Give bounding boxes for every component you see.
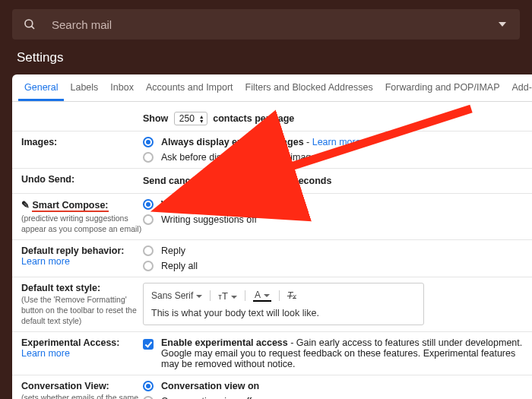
conv-on-label: Conversation view on [161,381,259,391]
reply-all-opt-label: Reply all [161,261,198,271]
text-style-preview: This is what your body text will look li… [151,308,416,318]
tab-general[interactable]: General [18,74,64,101]
undo-text-right: seconds [293,176,332,186]
reply-label: Default reply behavior: [21,245,124,256]
smart-off-label: Writing suggestions off [161,214,257,225]
undo-text-left: Send cancellation period: [143,176,258,186]
text-style-box: Sans Serif тT A Tx This is what your bod… [143,283,424,325]
textstyle-label: Default text style: [21,283,100,293]
show-label: Show [143,113,168,124]
tab-forwarding[interactable]: Forwarding and POP/IMAP [379,74,506,101]
reply-opt-label: Reply [161,245,185,256]
undo-label: Undo Send: [21,174,143,185]
settings-tabs: General Labels Inbox Accounts and Import… [12,74,532,102]
row-contacts-per-page: Show 250 ▲▼ contacts per page [12,106,532,131]
images-ask-label: Ask before displaying external images [161,152,321,163]
check-experimental[interactable] [143,339,154,350]
radio-reply-all[interactable] [143,261,154,271]
row-default-reply: Default reply behavior: Learn more Reply… [12,240,532,277]
row-experimental: Experimental Access: Learn more Enable e… [12,332,532,375]
stepper-icon: ▲▼ [279,177,284,185]
font-select[interactable]: Sans Serif [151,290,202,301]
conversation-sub: (sets whether emails of the same topic a… [21,393,143,399]
tab-filters[interactable]: Filters and Blocked Addresses [239,74,379,101]
radio-conv-on[interactable] [143,381,154,391]
row-smart-compose: ✎ Smart Compose: (predictive writing sug… [12,194,532,240]
undo-period-select[interactable]: 5 ▲▼ [264,174,288,188]
font-size-select[interactable]: тT [218,290,237,302]
radio-smart-off[interactable] [143,214,154,225]
radio-conv-off[interactable] [143,396,154,399]
radio-images-ask[interactable] [143,152,154,163]
row-conversation-view: Conversation View: (sets whether emails … [12,375,532,399]
smart-on-label: Writing suggestions on [161,199,267,210]
remove-formatting-button[interactable]: Tx [287,290,296,301]
radio-reply[interactable] [143,245,154,256]
caret-down-icon [231,296,237,299]
search-input[interactable] [52,18,499,31]
row-default-text-style: Default text style: (Use the 'Remove For… [12,277,532,332]
conv-off-label: Conversation view off [161,396,252,399]
stepper-icon: ▲▼ [199,115,204,123]
tab-accounts[interactable]: Accounts and Import [140,74,239,101]
smart-compose-sub: (predictive writing suggestions appear a… [21,214,143,234]
images-learn-more[interactable]: Learn more [312,137,361,147]
search-bar[interactable] [12,9,520,40]
radio-images-always[interactable] [143,137,154,147]
caret-down-icon [264,294,270,297]
row-images: Images: Always display external images -… [12,131,532,169]
caret-down-icon [196,295,202,298]
textstyle-sub: (Use the 'Remove Formatting' button on t… [21,295,143,326]
settings-panel: General Labels Inbox Accounts and Import… [12,74,532,399]
images-label: Images: [21,137,143,147]
svg-line-1 [31,26,34,29]
tab-addons[interactable]: Add-ons [505,74,532,101]
pencil-icon: ✎ [21,200,30,211]
row-undo-send: Undo Send: Send cancellation period: 5 ▲… [12,169,532,194]
conversation-label: Conversation View: [21,381,109,391]
radio-smart-on[interactable] [143,199,154,210]
reply-learn-more[interactable]: Learn more [21,256,70,267]
experimental-title: Enable experimental access [161,337,288,348]
show-suffix: contacts per page [213,113,294,124]
tab-labels[interactable]: Labels [64,74,104,101]
smart-compose-label: Smart Compose: [32,200,108,212]
svg-point-0 [25,20,33,27]
images-always-label: Always display external images [161,137,304,147]
experimental-learn-more[interactable]: Learn more [21,348,70,359]
tab-inbox[interactable]: Inbox [104,74,140,101]
text-color-select[interactable]: A [253,290,271,302]
experimental-label: Experimental Access: [21,337,119,348]
page-title: Settings [0,40,532,74]
search-icon [23,17,36,31]
search-options-caret[interactable] [499,22,506,27]
contacts-per-page-select[interactable]: 250 ▲▼ [174,112,207,125]
